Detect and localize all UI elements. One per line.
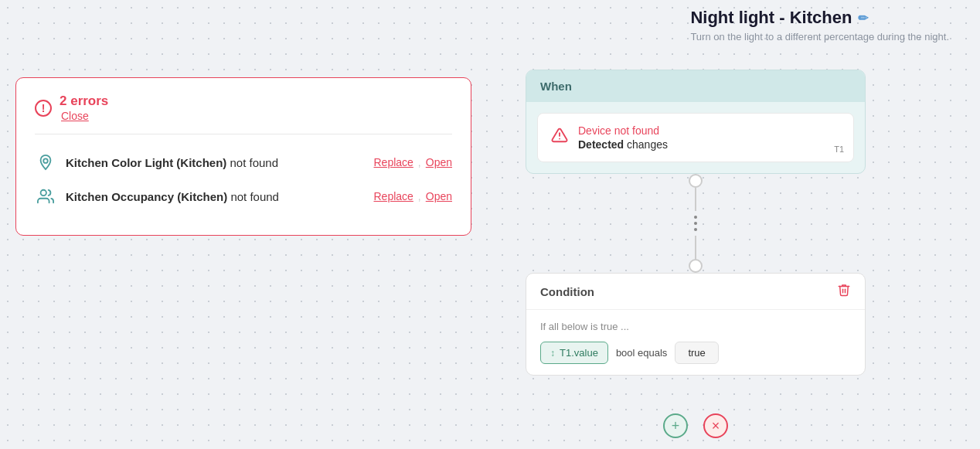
condition-block: Condition If all below is true ... ↕ T1.…	[526, 273, 866, 376]
person-icon	[35, 185, 56, 207]
page-title-row: Night light - Kitchen ✏	[690, 8, 949, 28]
bottom-actions: + ×	[526, 413, 866, 438]
replace-link-2[interactable]: Replace	[373, 190, 413, 202]
device-not-found-title: Device not found	[578, 124, 841, 137]
error-row: Kitchen Color Light (Kitchen) not found …	[35, 145, 452, 179]
t1-value-button[interactable]: ↕ T1.value	[540, 342, 608, 364]
device-not-found-card[interactable]: Device not found Detected changes T1	[537, 113, 854, 162]
open-link-2[interactable]: Open	[426, 190, 452, 202]
condition-row: ↕ T1.value bool equals true	[540, 342, 851, 364]
if-all-text: If all below is true ...	[540, 321, 851, 332]
connector-circle-bottom	[689, 259, 703, 273]
condition-body: If all below is true ... ↕ T1.value bool…	[526, 310, 865, 375]
page-header: Night light - Kitchen ✏ Turn on the ligh…	[690, 8, 949, 43]
error-count: 2 errors	[60, 94, 108, 109]
when-header: When	[526, 70, 865, 102]
dnf-inner: Device not found Detected changes	[550, 124, 841, 151]
connector-circle-top	[689, 174, 703, 188]
connector-line-1	[695, 188, 696, 211]
error-actions-2: Replace , Open	[373, 190, 452, 202]
error-row: Kitchen Occupancy (Kitchen) not found Re…	[35, 179, 452, 213]
condition-operator: bool equals	[616, 347, 668, 359]
condition-title: Condition	[540, 285, 594, 298]
t1-arrow-icon: ↕	[550, 348, 555, 359]
remove-button[interactable]: ×	[703, 413, 728, 438]
t1-value-label: T1.value	[560, 347, 598, 359]
close-link[interactable]: Close	[61, 110, 89, 122]
when-body: Device not found Detected changes T1	[526, 102, 865, 173]
error-panel: ! 2 errors Close Kitchen Color Light (Ki…	[15, 77, 471, 236]
add-button[interactable]: +	[663, 413, 688, 438]
dot-2	[694, 222, 697, 225]
connector-dots	[694, 211, 697, 236]
dot-3	[694, 228, 697, 231]
t1-badge: T1	[834, 145, 844, 154]
error-device-name-2: Kitchen Occupancy (Kitchen) not found	[66, 190, 364, 203]
dot-1	[694, 216, 697, 219]
condition-header: Condition	[526, 274, 865, 310]
flow-area: When Device not found Detected	[526, 70, 897, 376]
svg-point-0	[43, 158, 48, 163]
when-block: When Device not found Detected	[526, 70, 866, 174]
open-link-1[interactable]: Open	[426, 156, 452, 168]
page-subtitle: Turn on the light to a different percent…	[690, 31, 949, 43]
error-divider	[35, 134, 452, 134]
edit-icon[interactable]: ✏	[858, 11, 868, 26]
detected-changes-text: Detected changes	[578, 138, 841, 151]
warning-triangle-icon	[550, 126, 569, 145]
error-header: ! 2 errors Close	[35, 94, 452, 123]
page-title: Night light - Kitchen	[690, 8, 852, 28]
error-device-name-1: Kitchen Color Light (Kitchen) not found	[66, 156, 364, 169]
condition-value: true	[675, 342, 718, 364]
replace-link-1[interactable]: Replace	[373, 156, 413, 168]
dnf-text: Device not found Detected changes	[578, 124, 841, 151]
error-circle-icon: !	[35, 100, 52, 117]
location-icon	[35, 151, 56, 173]
flow-connector	[526, 174, 866, 273]
error-actions-1: Replace , Open	[373, 156, 452, 168]
svg-point-1	[41, 190, 46, 196]
connector-line-2	[695, 236, 696, 259]
delete-icon[interactable]	[837, 283, 851, 300]
